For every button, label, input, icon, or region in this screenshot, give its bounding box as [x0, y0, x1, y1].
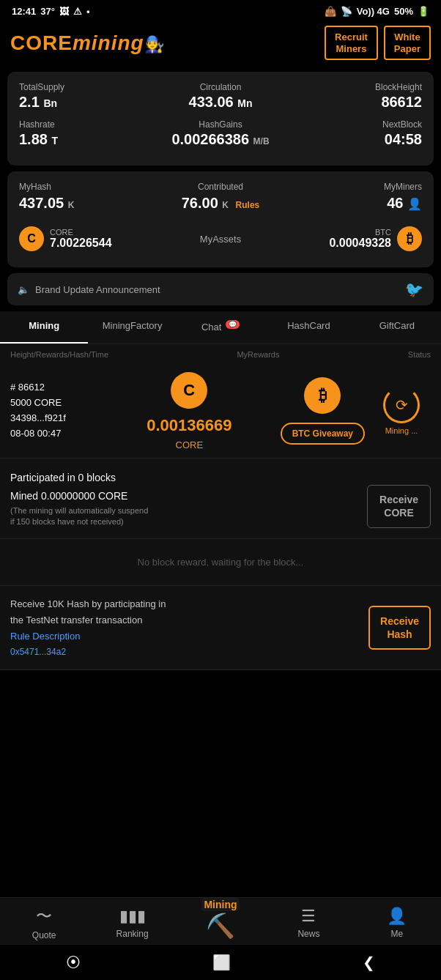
btc-asset-label: BTC: [329, 228, 391, 237]
contributed-stat: Contributed 76.00 K Rules: [155, 182, 286, 212]
table-header: Height/Rewards/Hash/Time MyRewards Statu…: [0, 344, 441, 365]
ranking-icon: ▮▮▮: [119, 907, 146, 926]
hashrate-stat: Hashrate 1.88 T: [19, 119, 149, 148]
tab-hashcard[interactable]: HashCard: [264, 311, 352, 343]
nextblock-label: NextBlock: [292, 119, 422, 130]
quote-icon: 〜: [36, 905, 52, 927]
my-miners-stat: MyMiners 46 👤: [292, 182, 422, 212]
mining-row-section: # 86612 5000 CORE 34398...f921f 08-08 00…: [0, 365, 441, 459]
mining-rewards: 5000 CORE: [10, 396, 98, 411]
nav-mining[interactable]: Mining ⛏️: [177, 898, 264, 940]
receive-hash-line1: Receive 10K Hash by participating in: [10, 596, 166, 612]
tab-mining[interactable]: Mining: [0, 311, 88, 343]
white-paper-button[interactable]: White Paper: [384, 26, 431, 60]
hashgains-value: 0.00266386 M/B: [155, 131, 286, 148]
nav-ranking[interactable]: ▮▮▮ Ranking: [88, 907, 176, 939]
status-image-icon: 🖼: [59, 6, 69, 17]
hash-address: 0x5471...34a2: [10, 645, 166, 659]
bottom-nav: 〜 Quote ▮▮▮ Ranking Mining ⛏️ ☰ News 👤 M…: [0, 897, 441, 945]
rules-link[interactable]: Rules: [236, 200, 260, 210]
contributed-label: Contributed: [155, 182, 286, 192]
receive-hash-button[interactable]: Receive Hash: [368, 606, 431, 650]
btc-coin-icon: ₿: [397, 226, 422, 251]
total-supply-value: 2.1 Bn: [19, 94, 149, 111]
receive-hash-info: Receive 10K Hash by participating in the…: [10, 596, 166, 660]
participated-info: Participated in 0 blocks Mined 0.0000000…: [10, 469, 148, 528]
speaker-icon: 🔈: [18, 284, 29, 295]
receive-core-button[interactable]: Receive CORE: [367, 485, 431, 527]
status-wifi-icon: 📡: [341, 6, 352, 17]
table-col3: Status: [408, 350, 431, 359]
nav-me[interactable]: 👤 Me: [353, 907, 441, 939]
nav-news[interactable]: ☰ News: [264, 907, 352, 939]
assets-row: C CORE 7.00226544 MyAssets BTC 0.0004932…: [19, 220, 422, 257]
chat-badge: 💬: [226, 320, 240, 329]
nextblock-stat: NextBlock 04:58: [292, 119, 422, 148]
android-recent-btn[interactable]: ⦿: [66, 954, 81, 971]
nav-quote-label: Quote: [32, 930, 56, 940]
mining-hash: 34398...f921f: [10, 411, 98, 426]
receive-hash-section: Receive 10K Hash by participating in the…: [0, 586, 441, 671]
no-reward-section: No block reward, waiting for the block..…: [0, 539, 441, 586]
status-right: 👜 📡 Vo)) 4G 50% 🔋: [325, 6, 429, 17]
rule-description-link[interactable]: Rule Description: [10, 628, 166, 645]
status-time: 12:41: [12, 6, 36, 17]
nav-quote[interactable]: 〜 Quote: [0, 905, 88, 940]
mining-block-num: # 86612: [10, 380, 98, 396]
android-home-btn[interactable]: ⬜: [212, 954, 231, 971]
btc-asset: BTC 0.00049328 ₿: [329, 226, 422, 251]
block-height-label: BlockHeight: [292, 82, 422, 92]
logo: COREmining🧑‍🔧: [10, 31, 165, 55]
mining-coin-icon: ⛏️: [206, 914, 235, 938]
participated-row: Participated in 0 blocks Mined 0.0000000…: [10, 469, 431, 528]
hashrate-label: Hashrate: [19, 119, 149, 130]
stats-card: TotalSupply 2.1 Bn Circulation 433.06 Mn…: [7, 72, 434, 166]
me-icon: 👤: [387, 907, 407, 926]
hashgains-label: HashGains: [155, 119, 286, 130]
core-asset: C CORE 7.00226544: [19, 226, 112, 251]
circulation-value: 433.06 Mn: [155, 94, 286, 111]
news-icon: ☰: [301, 907, 316, 926]
recruit-miners-button[interactable]: Recruit Miners: [325, 26, 378, 60]
my-miners-value: 46 👤: [292, 195, 422, 212]
mining-row: # 86612 5000 CORE 34398...f921f 08-08 00…: [10, 372, 431, 450]
table-col1: Height/Rewards/Hash/Time: [10, 350, 108, 359]
status-signal-icon: Vo)) 4G: [357, 6, 390, 17]
tab-miningfactory[interactable]: MiningFactory: [88, 311, 176, 343]
core-amount: 0.00136669: [147, 416, 231, 435]
android-back-btn[interactable]: ❮: [363, 954, 375, 971]
btc-giveaway-button[interactable]: BTC Giveaway: [281, 423, 365, 445]
tabs-bar: Mining MiningFactory Chat 💬 HashCard Gif…: [0, 311, 441, 344]
my-assets-label: MyAssets: [200, 234, 241, 245]
receive-hash-line2: the TestNet transfer transaction: [10, 612, 166, 628]
core-asset-value: 7.00226544: [50, 237, 112, 250]
mining-nav-icon: Mining: [201, 898, 239, 911]
mining-spinner-icon: ⟳: [383, 387, 420, 423]
core-asset-label: CORE: [50, 228, 112, 237]
my-stats-grid: MyHash 437.05 K Contributed 76.00 K Rule…: [19, 182, 422, 212]
my-hash-label: MyHash: [19, 182, 149, 192]
hashrate-value: 1.88 T: [19, 131, 149, 148]
status-left: 12:41 37° 🖼 ⚠ •: [12, 6, 89, 17]
twitter-icon[interactable]: 🐦: [405, 281, 423, 298]
btc-giveaway-col: ₿ BTC Giveaway: [281, 377, 365, 445]
nextblock-value: 04:58: [292, 131, 422, 148]
status-alert-icon: ⚠: [73, 6, 82, 17]
mining-status: ⟳ Mining ...: [372, 387, 431, 435]
stats-grid: TotalSupply 2.1 Bn Circulation 433.06 Mn…: [19, 82, 422, 148]
status-battery: 50%: [394, 6, 413, 17]
circulation-label: Circulation: [155, 82, 286, 92]
mining-rewards-center: C 0.00136669 CORE: [105, 372, 273, 450]
contributed-value: 76.00 K Rules: [155, 195, 286, 212]
tab-giftcard[interactable]: GiftCard: [353, 311, 441, 343]
tab-chat[interactable]: Chat 💬: [177, 311, 264, 343]
total-supply-label: TotalSupply: [19, 82, 149, 92]
my-stats-card: MyHash 437.05 K Contributed 76.00 K Rule…: [7, 171, 434, 267]
status-battery-icon: 🔋: [418, 6, 429, 17]
hashgains-stat: HashGains 0.00266386 M/B: [155, 119, 286, 148]
core-coin-icon: C: [19, 226, 44, 251]
receive-hash-row: Receive 10K Hash by participating in the…: [10, 596, 431, 660]
nav-news-label: News: [297, 929, 319, 939]
status-degree: 37°: [40, 6, 55, 17]
mining-time: 08-08 00:47: [10, 426, 98, 442]
